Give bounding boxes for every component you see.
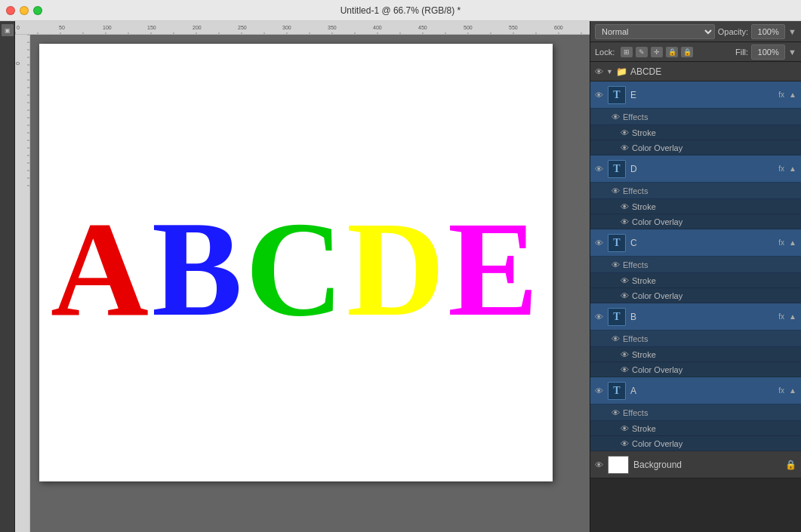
layer-B-coloroverlay-eye[interactable]: 👁: [621, 365, 629, 374]
layer-D[interactable]: 👁 T D fx ▲: [590, 155, 801, 183]
layer-C-expand[interactable]: ▲: [789, 238, 796, 247]
svg-text:600: 600: [554, 25, 563, 30]
layer-group-abcde[interactable]: 👁 ▼ 📁 ABCDE: [590, 62, 801, 81]
horizontal-ruler: 0 50 100 150 200 250: [15, 21, 590, 35]
layer-D-stroke[interactable]: 👁 Stroke: [590, 199, 801, 214]
opacity-chevron[interactable]: ▼: [788, 27, 796, 36]
layer-B[interactable]: 👁 T B fx ▲: [590, 303, 801, 331]
layer-D-stroke-name: Stroke: [632, 202, 656, 211]
layers-secondbar: Lock: ⊞ ✎ ✛ 🔒 🔒 Fill: ▼: [590, 42, 801, 62]
layer-B-effects-eye[interactable]: 👁: [612, 334, 620, 343]
layer-A[interactable]: 👁 T A fx ▲: [590, 377, 801, 404]
group-eye-icon[interactable]: 👁: [595, 67, 603, 76]
layer-B-expand[interactable]: ▲: [789, 312, 796, 321]
svg-rect-42: [15, 35, 30, 532]
layer-A-effects-header[interactable]: 👁 Effects: [590, 404, 801, 421]
fill-chevron[interactable]: ▼: [788, 48, 796, 57]
group-name: ABCDE: [630, 66, 661, 77]
tools-icon[interactable]: ▣: [2, 24, 14, 36]
layer-D-name: D: [630, 164, 774, 174]
layer-D-fx[interactable]: fx: [778, 165, 784, 173]
layer-A-stroke-eye[interactable]: 👁: [621, 424, 629, 433]
layer-E-effects-header[interactable]: 👁 Effects: [590, 109, 801, 125]
minimize-button[interactable]: [20, 6, 29, 15]
bg-lock-icon: 🔒: [785, 460, 796, 470]
opacity-label: Opacity:: [718, 27, 748, 36]
layer-B-thumb: T: [608, 308, 626, 326]
bg-eye-icon[interactable]: 👁: [595, 460, 603, 469]
maximize-button[interactable]: [33, 6, 42, 15]
layer-C-coloroverlay[interactable]: 👁 Color Overlay: [590, 288, 801, 303]
blend-mode-select[interactable]: Normal: [595, 24, 715, 39]
layer-E-eye[interactable]: 👁: [595, 91, 603, 100]
layer-A-coloroverlay-eye[interactable]: 👁: [621, 439, 629, 448]
layer-D-expand[interactable]: ▲: [789, 165, 796, 173]
layer-B-effects-header[interactable]: 👁 Effects: [590, 331, 801, 347]
lock-pixels-icon[interactable]: ⊞: [621, 47, 633, 57]
layer-C-effects-header[interactable]: 👁 Effects: [590, 257, 801, 273]
layer-B-fx[interactable]: fx: [778, 312, 784, 321]
window-controls[interactable]: [6, 6, 42, 15]
layer-A-eye[interactable]: 👁: [595, 386, 603, 395]
layer-A-coloroverlay[interactable]: 👁 Color Overlay: [590, 436, 801, 451]
layer-B-coloroverlay-name: Color Overlay: [632, 365, 682, 374]
lock-position-icon[interactable]: ✎: [636, 47, 648, 57]
lock-move-icon[interactable]: ✛: [651, 47, 663, 57]
fill-input[interactable]: [751, 45, 785, 60]
layer-C-stroke[interactable]: 👁 Stroke: [590, 273, 801, 288]
layer-E-stroke-name: Stroke: [632, 128, 656, 137]
main-area: ▣ 0 50 100 150: [0, 21, 801, 532]
layer-C-eye[interactable]: 👁: [595, 238, 603, 248]
group-folder-icon: 📁: [616, 66, 627, 77]
layer-E-stroke[interactable]: 👁 Stroke: [590, 125, 801, 140]
layer-A-stroke[interactable]: 👁 Stroke: [590, 421, 801, 436]
layer-C-coloroverlay-eye[interactable]: 👁: [621, 291, 629, 300]
vertical-ruler: 0: [15, 35, 30, 532]
layer-A-expand[interactable]: ▲: [789, 386, 796, 395]
canvas-scroll[interactable]: A B C D E: [30, 35, 590, 532]
layer-A-fx[interactable]: fx: [778, 386, 784, 395]
letter-A: A: [51, 201, 152, 337]
layer-C-stroke-eye[interactable]: 👁: [621, 276, 629, 285]
group-chevron-icon[interactable]: ▼: [606, 68, 613, 75]
bg-name: Background: [633, 460, 781, 470]
lock-all-icon[interactable]: 🔒: [666, 47, 678, 57]
layer-D-coloroverlay-eye[interactable]: 👁: [621, 217, 629, 226]
layer-D-coloroverlay[interactable]: 👁 Color Overlay: [590, 214, 801, 229]
layer-D-effects-eye[interactable]: 👁: [612, 186, 620, 195]
layer-B-stroke-eye[interactable]: 👁: [621, 350, 629, 359]
lock-label: Lock:: [595, 48, 615, 57]
canvas-area: 0 50 100 150 200 250: [15, 21, 590, 532]
layer-E-coloroverlay[interactable]: 👁 Color Overlay: [590, 140, 801, 155]
layer-C[interactable]: 👁 T C fx ▲: [590, 229, 801, 257]
layer-E-fx[interactable]: fx: [778, 91, 784, 99]
layer-D-eye[interactable]: 👁: [595, 165, 603, 174]
layer-A-thumb: T: [608, 382, 626, 400]
layer-E-effects-eye[interactable]: 👁: [612, 112, 620, 121]
layer-B-eye[interactable]: 👁: [595, 312, 603, 321]
layer-A-effects-eye[interactable]: 👁: [612, 408, 620, 417]
layer-C-fx[interactable]: fx: [778, 238, 784, 247]
layer-C-effects-eye[interactable]: 👁: [612, 260, 620, 269]
layers-content[interactable]: 👁 ▼ 📁 ABCDE 👁 T E fx ▲ 👁 Effects 👁 Strok…: [590, 62, 801, 532]
fill-label: Fill:: [735, 48, 748, 57]
layer-E-stroke-eye[interactable]: 👁: [621, 128, 629, 137]
layer-E-coloroverlay-eye[interactable]: 👁: [621, 143, 629, 152]
layer-C-thumb: T: [608, 234, 626, 252]
layer-A-stroke-name: Stroke: [632, 424, 656, 433]
layer-B-stroke[interactable]: 👁 Stroke: [590, 347, 801, 362]
layer-D-effects-header[interactable]: 👁 Effects: [590, 183, 801, 199]
layer-B-coloroverlay[interactable]: 👁 Color Overlay: [590, 362, 801, 377]
layer-E-thumb: T: [608, 86, 626, 104]
background-layer[interactable]: 👁 Background 🔒: [590, 451, 801, 478]
layer-E-expand[interactable]: ▲: [789, 91, 796, 99]
layer-E[interactable]: 👁 T E fx ▲: [590, 81, 801, 109]
close-button[interactable]: [6, 6, 15, 15]
layer-D-stroke-eye[interactable]: 👁: [621, 202, 629, 211]
layer-E-name: E: [630, 90, 774, 100]
lock-artboard-icon[interactable]: 🔒: [681, 47, 693, 57]
svg-text:0: 0: [15, 62, 20, 65]
title-bar: Untitled-1 @ 66.7% (RGB/8) *: [0, 0, 801, 21]
layer-C-name: C: [630, 238, 774, 248]
opacity-input[interactable]: [751, 24, 785, 39]
